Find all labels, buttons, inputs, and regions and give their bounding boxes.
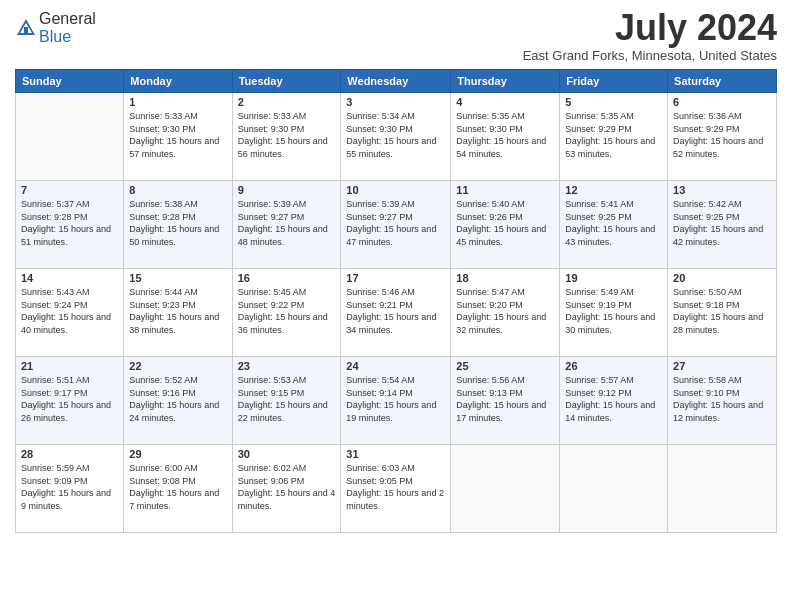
day-number: 25	[456, 360, 554, 372]
table-row: 30Sunrise: 6:02 AMSunset: 9:06 PMDayligh…	[232, 445, 341, 533]
title-area: July 2024 East Grand Forks, Minnesota, U…	[523, 10, 777, 63]
table-row: 20Sunrise: 5:50 AMSunset: 9:18 PMDayligh…	[668, 269, 777, 357]
day-number: 8	[129, 184, 226, 196]
table-row: 16Sunrise: 5:45 AMSunset: 9:22 PMDayligh…	[232, 269, 341, 357]
table-row: 6Sunrise: 5:36 AMSunset: 9:29 PMDaylight…	[668, 93, 777, 181]
day-number: 3	[346, 96, 445, 108]
day-info: Sunrise: 5:47 AMSunset: 9:20 PMDaylight:…	[456, 286, 554, 336]
col-wednesday: Wednesday	[341, 70, 451, 93]
day-info: Sunrise: 5:45 AMSunset: 9:22 PMDaylight:…	[238, 286, 336, 336]
table-row: 5Sunrise: 5:35 AMSunset: 9:29 PMDaylight…	[560, 93, 668, 181]
col-friday: Friday	[560, 70, 668, 93]
logo-general: General	[39, 10, 96, 27]
logo-area: General Blue	[15, 10, 96, 46]
day-number: 18	[456, 272, 554, 284]
table-row: 7Sunrise: 5:37 AMSunset: 9:28 PMDaylight…	[16, 181, 124, 269]
day-number: 9	[238, 184, 336, 196]
location: East Grand Forks, Minnesota, United Stat…	[523, 48, 777, 63]
day-info: Sunrise: 5:37 AMSunset: 9:28 PMDaylight:…	[21, 198, 118, 248]
day-number: 15	[129, 272, 226, 284]
day-info: Sunrise: 6:02 AMSunset: 9:06 PMDaylight:…	[238, 462, 336, 512]
table-row: 28Sunrise: 5:59 AMSunset: 9:09 PMDayligh…	[16, 445, 124, 533]
table-row: 13Sunrise: 5:42 AMSunset: 9:25 PMDayligh…	[668, 181, 777, 269]
day-info: Sunrise: 5:52 AMSunset: 9:16 PMDaylight:…	[129, 374, 226, 424]
day-info: Sunrise: 5:50 AMSunset: 9:18 PMDaylight:…	[673, 286, 771, 336]
day-info: Sunrise: 5:54 AMSunset: 9:14 PMDaylight:…	[346, 374, 445, 424]
table-row: 19Sunrise: 5:49 AMSunset: 9:19 PMDayligh…	[560, 269, 668, 357]
day-number: 14	[21, 272, 118, 284]
table-row: 1Sunrise: 5:33 AMSunset: 9:30 PMDaylight…	[124, 93, 232, 181]
table-row: 17Sunrise: 5:46 AMSunset: 9:21 PMDayligh…	[341, 269, 451, 357]
logo-icon	[15, 17, 37, 39]
col-sunday: Sunday	[16, 70, 124, 93]
day-info: Sunrise: 5:58 AMSunset: 9:10 PMDaylight:…	[673, 374, 771, 424]
day-number: 29	[129, 448, 226, 460]
table-row: 22Sunrise: 5:52 AMSunset: 9:16 PMDayligh…	[124, 357, 232, 445]
table-row: 3Sunrise: 5:34 AMSunset: 9:30 PMDaylight…	[341, 93, 451, 181]
day-number: 20	[673, 272, 771, 284]
table-row: 9Sunrise: 5:39 AMSunset: 9:27 PMDaylight…	[232, 181, 341, 269]
day-info: Sunrise: 6:00 AMSunset: 9:08 PMDaylight:…	[129, 462, 226, 512]
day-number: 11	[456, 184, 554, 196]
table-row: 21Sunrise: 5:51 AMSunset: 9:17 PMDayligh…	[16, 357, 124, 445]
day-info: Sunrise: 5:41 AMSunset: 9:25 PMDaylight:…	[565, 198, 662, 248]
day-info: Sunrise: 5:56 AMSunset: 9:13 PMDaylight:…	[456, 374, 554, 424]
col-thursday: Thursday	[451, 70, 560, 93]
table-row: 2Sunrise: 5:33 AMSunset: 9:30 PMDaylight…	[232, 93, 341, 181]
col-monday: Monday	[124, 70, 232, 93]
day-info: Sunrise: 5:35 AMSunset: 9:29 PMDaylight:…	[565, 110, 662, 160]
day-info: Sunrise: 5:36 AMSunset: 9:29 PMDaylight:…	[673, 110, 771, 160]
day-info: Sunrise: 5:53 AMSunset: 9:15 PMDaylight:…	[238, 374, 336, 424]
calendar-table: Sunday Monday Tuesday Wednesday Thursday…	[15, 69, 777, 533]
calendar-page: General Blue July 2024 East Grand Forks,…	[0, 0, 792, 612]
table-row: 11Sunrise: 5:40 AMSunset: 9:26 PMDayligh…	[451, 181, 560, 269]
table-row: 25Sunrise: 5:56 AMSunset: 9:13 PMDayligh…	[451, 357, 560, 445]
day-number: 19	[565, 272, 662, 284]
day-number: 23	[238, 360, 336, 372]
calendar-header-row: Sunday Monday Tuesday Wednesday Thursday…	[16, 70, 777, 93]
table-row: 29Sunrise: 6:00 AMSunset: 9:08 PMDayligh…	[124, 445, 232, 533]
day-info: Sunrise: 5:39 AMSunset: 9:27 PMDaylight:…	[238, 198, 336, 248]
table-row: 23Sunrise: 5:53 AMSunset: 9:15 PMDayligh…	[232, 357, 341, 445]
day-info: Sunrise: 5:33 AMSunset: 9:30 PMDaylight:…	[238, 110, 336, 160]
table-row	[560, 445, 668, 533]
svg-rect-2	[24, 27, 28, 33]
day-number: 12	[565, 184, 662, 196]
table-row: 14Sunrise: 5:43 AMSunset: 9:24 PMDayligh…	[16, 269, 124, 357]
day-info: Sunrise: 5:42 AMSunset: 9:25 PMDaylight:…	[673, 198, 771, 248]
day-number: 16	[238, 272, 336, 284]
day-info: Sunrise: 5:44 AMSunset: 9:23 PMDaylight:…	[129, 286, 226, 336]
day-number: 17	[346, 272, 445, 284]
calendar-week-row: 21Sunrise: 5:51 AMSunset: 9:17 PMDayligh…	[16, 357, 777, 445]
day-number: 6	[673, 96, 771, 108]
day-number: 26	[565, 360, 662, 372]
day-info: Sunrise: 5:35 AMSunset: 9:30 PMDaylight:…	[456, 110, 554, 160]
day-info: Sunrise: 5:49 AMSunset: 9:19 PMDaylight:…	[565, 286, 662, 336]
day-number: 28	[21, 448, 118, 460]
day-info: Sunrise: 6:03 AMSunset: 9:05 PMDaylight:…	[346, 462, 445, 512]
table-row: 10Sunrise: 5:39 AMSunset: 9:27 PMDayligh…	[341, 181, 451, 269]
day-number: 7	[21, 184, 118, 196]
day-number: 2	[238, 96, 336, 108]
calendar-week-row: 28Sunrise: 5:59 AMSunset: 9:09 PMDayligh…	[16, 445, 777, 533]
table-row: 24Sunrise: 5:54 AMSunset: 9:14 PMDayligh…	[341, 357, 451, 445]
day-info: Sunrise: 5:40 AMSunset: 9:26 PMDaylight:…	[456, 198, 554, 248]
table-row: 15Sunrise: 5:44 AMSunset: 9:23 PMDayligh…	[124, 269, 232, 357]
table-row: 18Sunrise: 5:47 AMSunset: 9:20 PMDayligh…	[451, 269, 560, 357]
table-row: 4Sunrise: 5:35 AMSunset: 9:30 PMDaylight…	[451, 93, 560, 181]
day-info: Sunrise: 5:38 AMSunset: 9:28 PMDaylight:…	[129, 198, 226, 248]
table-row	[451, 445, 560, 533]
day-info: Sunrise: 5:51 AMSunset: 9:17 PMDaylight:…	[21, 374, 118, 424]
day-number: 30	[238, 448, 336, 460]
day-info: Sunrise: 5:59 AMSunset: 9:09 PMDaylight:…	[21, 462, 118, 512]
day-info: Sunrise: 5:33 AMSunset: 9:30 PMDaylight:…	[129, 110, 226, 160]
logo-text: General Blue	[39, 10, 96, 46]
day-info: Sunrise: 5:39 AMSunset: 9:27 PMDaylight:…	[346, 198, 445, 248]
table-row	[16, 93, 124, 181]
day-number: 21	[21, 360, 118, 372]
day-number: 24	[346, 360, 445, 372]
day-number: 10	[346, 184, 445, 196]
day-info: Sunrise: 5:43 AMSunset: 9:24 PMDaylight:…	[21, 286, 118, 336]
calendar-week-row: 7Sunrise: 5:37 AMSunset: 9:28 PMDaylight…	[16, 181, 777, 269]
calendar-week-row: 1Sunrise: 5:33 AMSunset: 9:30 PMDaylight…	[16, 93, 777, 181]
